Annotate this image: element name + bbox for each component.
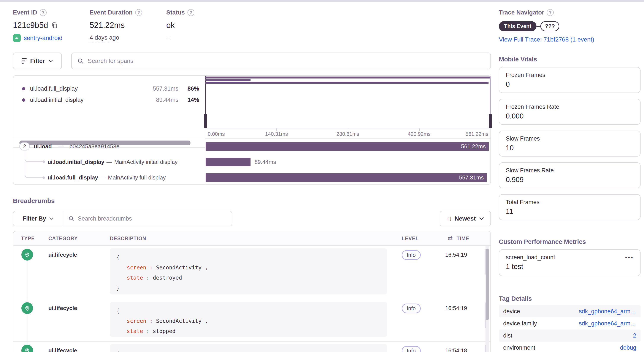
span-row-label: ui.load.initial_display—MainActivity ini… <box>14 154 205 170</box>
help-icon[interactable]: ? <box>547 9 554 16</box>
next-event-pill[interactable]: ??? <box>540 21 559 31</box>
overflow-menu-icon[interactable]: ••• <box>625 254 634 261</box>
vital-value: 10 <box>506 144 634 152</box>
event-id-label: Event ID ? <box>13 9 62 16</box>
top-divider <box>0 0 644 2</box>
legend-item[interactable]: ui.load.full_display557.31ms86% <box>22 83 199 94</box>
breadcrumb-pin-icon <box>22 345 33 352</box>
breadcrumb-row[interactable]: ui.lifecycle{screen : SecondActivity ,st… <box>14 246 490 299</box>
span-op: ui.load.full_display <box>48 174 98 181</box>
column-category: CATEGORY <box>48 236 78 242</box>
span-duration-label: 89.44ms <box>254 158 276 166</box>
status-value: ok <box>166 21 175 30</box>
breadcrumb-description-code: {screen : SecondActivity ,state : stoppe… <box>110 302 387 337</box>
breadcrumbs-scrollbar-thumb[interactable] <box>486 249 489 320</box>
breadcrumbs-toolbar: Filter By ↑↓ Newest <box>13 211 491 226</box>
copy-icon[interactable] <box>51 22 58 29</box>
tag-value-link[interactable]: sdk_gphone64_arm… <box>579 308 636 315</box>
this-event-pill[interactable]: This Event <box>499 21 536 31</box>
tag-row: environmentdebug <box>499 342 640 352</box>
breadcrumbs-filter-button[interactable]: Filter By <box>14 211 63 226</box>
event-duration-value: 521.22ms <box>90 21 125 30</box>
code-value: : SecondActivity , <box>146 264 208 271</box>
vital-label: Slow Frames <box>506 135 634 142</box>
vital-value: 0.909 <box>506 175 634 184</box>
time-sort-icon[interactable]: ⇄ <box>448 235 453 242</box>
metric-value: 1 test <box>506 262 634 271</box>
vital-label: Total Frames <box>506 199 634 206</box>
vital-value: 11 <box>506 207 634 216</box>
breadcrumb-row[interactable]: ui.lifecycle{screen : SecondActivity ,st… <box>14 299 490 342</box>
custom-metrics-title: Custom Performance Metrics <box>499 238 586 245</box>
vital-label: Frozen Frames Rate <box>506 104 634 110</box>
breadcrumbs-filter-label: Filter By <box>23 215 46 222</box>
span-count-badge[interactable]: 2 <box>20 142 30 150</box>
tag-value-link[interactable]: debug <box>620 344 636 351</box>
status-label: Status <box>166 9 185 16</box>
legend-item[interactable]: ui.load.initial_display89.44ms14% <box>22 94 199 105</box>
span-duration-bar[interactable]: 561.22ms <box>206 142 489 151</box>
span-search <box>71 53 491 69</box>
code-line: { <box>116 252 374 262</box>
breadcrumb-time: 16:54:19 <box>437 251 476 258</box>
vital-card: Slow Frames Rate0.909 <box>499 162 640 188</box>
breadcrumb-category: ui.lifecycle <box>48 305 77 311</box>
span-description: MainActivity initial display <box>114 159 178 165</box>
legend-op-name: ui.load.initial_display <box>30 97 84 103</box>
sort-button[interactable]: ↑↓ Newest <box>440 211 491 226</box>
span-row[interactable]: ui.load.full_display—MainActivity full d… <box>14 170 490 185</box>
span-bar-zone: 561.22ms <box>206 139 489 154</box>
span-separator: — <box>100 174 106 181</box>
filter-button[interactable]: Filter <box>13 53 62 69</box>
span-duration-label: 561.22ms <box>461 142 486 151</box>
help-icon[interactable]: ? <box>135 9 142 16</box>
breadcrumbs-filter-search: Filter By <box>13 211 232 226</box>
breadcrumbs-search-input[interactable] <box>78 215 226 222</box>
tag-row: devicesdk_gphone64_arm… <box>499 305 640 317</box>
code-line: } <box>116 336 374 337</box>
code-key: screen <box>127 264 146 271</box>
time-axis: 0.00ms140.31ms280.61ms420.92ms561.22ms <box>205 128 490 139</box>
breadcrumb-row[interactable]: ui.lifecycle{Info16:54:18 <box>14 342 490 352</box>
project-link[interactable]: sentry-android <box>24 35 62 42</box>
minimap-left-handle[interactable] <box>204 114 207 128</box>
code-key: state <box>127 275 143 281</box>
vital-value: 0.000 <box>506 112 634 120</box>
column-type: TYPE <box>21 236 35 242</box>
tag-value-link[interactable]: 2 <box>633 332 636 339</box>
span-duration-bar[interactable]: 557.31ms <box>206 173 487 182</box>
span-waterfall-panel: ui.load.full_display557.31ms86%ui.load.i… <box>13 75 491 185</box>
column-time[interactable]: TIME <box>456 236 469 242</box>
span-row[interactable]: ui.load.initial_display—MainActivity ini… <box>14 154 490 170</box>
column-description: DESCRIPTION <box>110 236 146 242</box>
help-icon[interactable]: ? <box>40 9 47 16</box>
span-duration-bar[interactable] <box>206 158 250 166</box>
axis-tick-label: 561.22ms <box>466 131 488 137</box>
minimap-right-handle[interactable] <box>489 114 492 128</box>
span-description: b04245a3ea91453e <box>70 143 120 150</box>
span-search-input[interactable] <box>88 58 485 64</box>
minimap-span-bar <box>205 79 250 81</box>
breadcrumb-time: 16:54:18 <box>437 347 476 352</box>
filter-icon <box>22 58 27 64</box>
event-age[interactable]: 4 days ago <box>90 34 119 42</box>
axis-tick-label: 140.31ms <box>265 131 288 137</box>
view-full-trace-link[interactable]: View Full Trace: 71bf2768 (1 event) <box>499 36 594 43</box>
column-level: LEVEL <box>402 236 419 242</box>
legend-percent: 14% <box>178 97 199 103</box>
sort-button-label: Newest <box>454 215 476 222</box>
chevron-down-icon <box>49 217 53 220</box>
trace-navigator-label: Trace Navigator <box>499 9 544 16</box>
event-duration-label: Event Duration <box>90 9 132 16</box>
android-icon <box>13 34 21 42</box>
status-block: Status ? ok – <box>166 9 194 41</box>
span-row-label: 2ui.load—b04245a3ea91453e <box>14 139 205 154</box>
code-key: screen <box>127 318 146 324</box>
breadcrumb-description-code: {screen : SecondActivity ,state : destro… <box>110 248 387 294</box>
span-bar-zone: 557.31ms <box>206 170 489 185</box>
help-icon[interactable]: ? <box>188 9 194 16</box>
span-row-label: ui.load.full_display—MainActivity full d… <box>14 170 205 185</box>
tag-value-link[interactable]: sdk_gphone64_arm… <box>579 320 636 327</box>
span-row[interactable]: 2ui.load—b04245a3ea91453e561.22ms <box>14 139 490 154</box>
trace-minimap[interactable] <box>205 76 490 128</box>
